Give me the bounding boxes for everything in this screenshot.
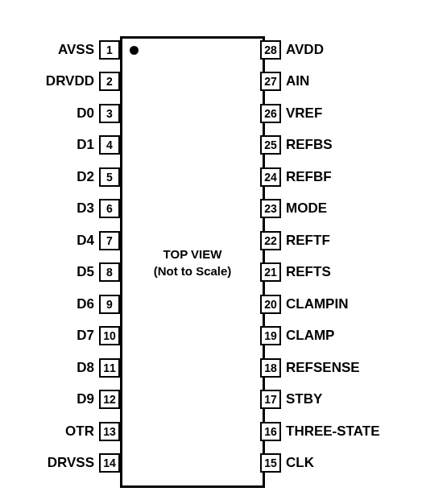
pin-row-24: 24 REFBF (260, 168, 332, 186)
pin-number: 15 (260, 453, 281, 473)
pin-row-12: D9 12 (77, 390, 120, 408)
pin-row-11: D8 11 (77, 359, 120, 377)
pin1-indicator-dot (130, 46, 139, 55)
pin-row-14: DRVSS 14 (48, 454, 120, 472)
pin-number: 18 (260, 358, 281, 378)
pin-number: 13 (99, 422, 120, 441)
pin-row-22: 22 REFTF (260, 232, 330, 250)
pin-row-21: 21 REFTS (260, 263, 331, 281)
pin-label: REFTS (286, 264, 331, 280)
pin-row-15: 15 CLK (260, 454, 314, 472)
pin-label: AVDD (286, 42, 324, 58)
pin-label: CLAMP (286, 328, 334, 344)
pin-row-2: DRVDD 2 (46, 72, 120, 90)
pin-number: 8 (99, 262, 120, 282)
pin-label: REFBF (286, 169, 332, 185)
pin-number: 19 (260, 326, 281, 345)
pin-number: 28 (260, 40, 281, 60)
pin-row-18: 18 REFSENSE (260, 359, 360, 377)
not-to-scale-label: (Not to Scale) (154, 264, 232, 278)
pin-number: 5 (99, 167, 120, 187)
pin-row-8: D5 8 (77, 263, 120, 281)
pin-number: 17 (260, 390, 281, 409)
pin-row-26: 26 VREF (260, 105, 322, 122)
pin-number: 16 (260, 422, 281, 441)
pin-number: 25 (260, 135, 281, 155)
pin-label: D3 (77, 200, 94, 217)
pin-label: REFBS (286, 137, 333, 153)
pin-label: D7 (77, 328, 94, 344)
pin-label: D4 (77, 233, 94, 249)
pin-number: 6 (99, 199, 120, 218)
pin-label: AIN (286, 73, 309, 89)
pin-label: D2 (77, 169, 94, 185)
pin-number: 7 (99, 231, 120, 250)
pin-row-3: D0 3 (77, 105, 120, 122)
pin-label: D9 (77, 391, 94, 407)
pin-row-23: 23 MODE (260, 200, 327, 217)
pin-row-7: D4 7 (77, 232, 120, 250)
pin-label: OTR (65, 423, 94, 440)
pin-number: 27 (260, 72, 281, 91)
pin-row-9: D6 9 (77, 295, 120, 313)
pin-label: D0 (77, 105, 94, 122)
pin-label: AVSS (58, 42, 94, 58)
pin-row-27: 27 AIN (260, 72, 309, 90)
pin-number: 20 (260, 295, 281, 314)
pin-label: MODE (286, 200, 327, 217)
chip-pinout-diagram: TOP VIEW (Not to Scale) AVSS 1 DRVDD 2 D… (16, 16, 406, 488)
pin-label: DRVDD (46, 73, 94, 89)
pin-number: 21 (260, 262, 281, 282)
pin-number: 3 (99, 104, 120, 123)
pin-label: CLAMPIN (286, 296, 348, 312)
pin-number: 4 (99, 135, 120, 155)
pin-number: 10 (99, 326, 120, 345)
pin-label: D8 (77, 360, 94, 376)
pin-number: 11 (99, 358, 120, 378)
pin-label: D1 (77, 137, 94, 153)
pin-label: STBY (286, 391, 322, 407)
pin-label: VREF (286, 105, 322, 122)
pin-row-17: 17 STBY (260, 390, 322, 408)
pin-number: 1 (99, 40, 120, 60)
pin-label: CLK (286, 455, 314, 471)
pin-number: 26 (260, 104, 281, 123)
chip-body: TOP VIEW (Not to Scale) (120, 36, 265, 488)
pin-label: REFTF (286, 233, 330, 249)
pin-row-28: 28 AVDD (260, 41, 324, 59)
pin-label: THREE-STATE (286, 423, 379, 440)
pin-row-4: D1 4 (77, 136, 120, 154)
pin-row-20: 20 CLAMPIN (260, 295, 348, 313)
pin-label: DRVSS (48, 455, 94, 471)
pin-number: 23 (260, 199, 281, 218)
pin-row-16: 16 THREE-STATE (260, 423, 379, 440)
pin-number: 22 (260, 231, 281, 250)
pin-row-6: D3 6 (77, 200, 120, 217)
pin-row-19: 19 CLAMP (260, 327, 334, 345)
pin-label: REFSENSE (286, 360, 360, 376)
pin-number: 24 (260, 167, 281, 187)
top-view-label: TOP VIEW (163, 247, 222, 261)
pin-label: D5 (77, 264, 94, 280)
pin-row-1: AVSS 1 (58, 41, 120, 59)
pin-label: D6 (77, 296, 94, 312)
pin-number: 9 (99, 295, 120, 314)
pin-row-13: OTR 13 (65, 423, 120, 440)
pin-row-10: D7 10 (77, 327, 120, 345)
pin-number: 12 (99, 390, 120, 409)
pin-number: 14 (99, 453, 120, 473)
chip-body-text: TOP VIEW (Not to Scale) (154, 246, 232, 279)
pin-row-25: 25 REFBS (260, 136, 333, 154)
pin-number: 2 (99, 72, 120, 91)
pin-row-5: D2 5 (77, 168, 120, 186)
